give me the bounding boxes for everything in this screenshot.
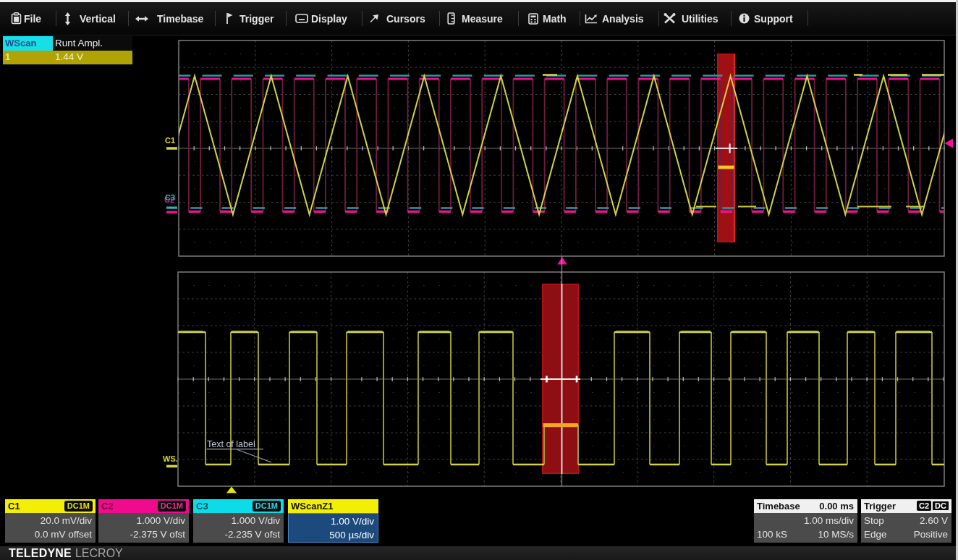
svg-text:Text of label: Text of label xyxy=(207,439,255,449)
svg-text:C3: C3 xyxy=(165,193,175,202)
svg-text:WS.: WS. xyxy=(163,454,178,463)
svg-text:C1: C1 xyxy=(165,136,175,145)
